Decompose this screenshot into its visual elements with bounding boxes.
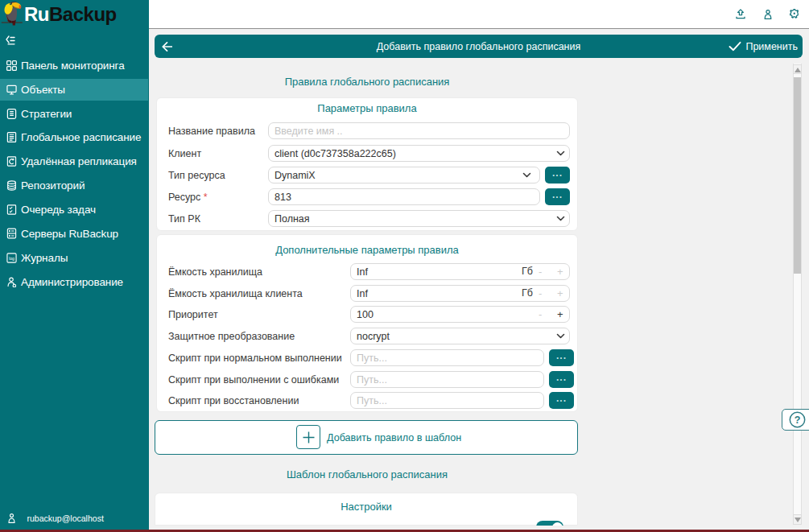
svg-text:?: ? <box>795 414 801 426</box>
svg-text:log: log <box>9 255 14 260</box>
